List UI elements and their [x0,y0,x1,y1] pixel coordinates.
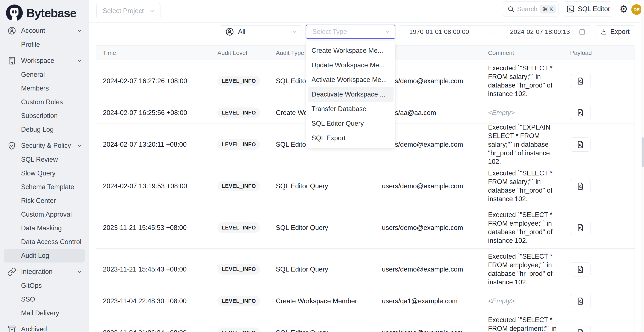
payload-view-button[interactable] [570,221,591,235]
table-row: 2023-11-04 21:26:34 +08:00 LEVEL_INFO SQ… [96,312,634,332]
search-input[interactable]: Search ⌘ K [503,1,558,17]
sidebar-item-profile[interactable]: Profile [0,38,89,51]
menu-item-activate-workspace-member[interactable]: Activate Workspace Me... [306,72,395,87]
menu-item-sql-export[interactable]: SQL Export [306,131,395,146]
export-label: Export [610,28,630,36]
cell-comment: Executed `"SELECT * FROM salary;"` in da… [488,64,561,98]
sidebar-item-sql-review[interactable]: SQL Review [0,153,89,166]
file-search-icon [576,265,585,274]
sidebar-item-sso[interactable]: SSO [0,293,89,306]
item-label: Audit Log [21,252,49,260]
item-label: Schema Template [21,183,74,191]
section-label: Archived [21,325,83,332]
sidebar-item-slow-query[interactable]: Slow Query [0,166,89,180]
actor-filter-select[interactable]: All [220,25,302,38]
item-label: Profile [21,41,40,48]
audit-level-badge: LEVEL_INFO [218,328,260,332]
export-button[interactable]: Export [595,25,635,38]
sidebar-item-mail-delivery[interactable]: Mail Delivery [0,306,89,320]
bytebase-app: Bytebase Account Profile [0,0,644,332]
table-row: 2024-02-07 13:19:53 +08:00 LEVEL_INFO SQ… [96,165,634,207]
cell-actor: users/aa@aa.com [382,109,488,117]
table-row: 2023-11-04 22:48:30 +08:00 LEVEL_INFO Cr… [96,290,634,312]
cell-audit-type: SQL Editor Query [276,182,382,190]
item-label: Risk Center [21,197,56,205]
sidebar-item-schema-template[interactable]: Schema Template [0,180,89,194]
column-header-actor: Actor [382,49,488,56]
sidebar-section-account[interactable]: Account [0,24,89,38]
audit-level-badge: LEVEL_INFO [218,181,260,191]
payload-view-button[interactable] [570,106,591,120]
sidebar: Bytebase Account Profile [0,0,89,332]
item-label: Mail Delivery [21,309,59,317]
sql-editor-label: SQL Editor [578,5,610,13]
menu-item-sql-editor-query[interactable]: SQL Editor Query [306,116,395,131]
type-filter-select[interactable]: Select Type [306,25,395,39]
chevron-down-icon [291,29,297,35]
payload-view-button[interactable] [570,326,591,332]
sidebar-item-subscription[interactable]: Subscription [0,109,89,123]
user-circle-icon [225,27,234,36]
chevron-down-icon [76,269,83,275]
menu-item-create-workspace-member[interactable]: Create Workspace Me... [306,43,395,58]
menu-item-deactivate-workspace-member[interactable]: Deactivate Workspace ... [308,87,394,102]
bytebase-logo-icon [6,4,23,21]
file-search-icon [576,329,585,332]
cell-comment: Executed `"SELECT * FROM employee;"` in … [488,211,561,245]
cell-time: 2023-11-21 15:45:53 +08:00 [96,224,218,232]
cell-time: 2024-02-07 16:25:56 +08:00 [96,109,218,117]
gear-icon[interactable]: ⚙ [617,2,630,15]
item-label: GitOps [21,282,42,290]
menu-item-transfer-database[interactable]: Transfer Database [306,102,395,116]
user-circle-icon [7,26,16,35]
arrow-right-icon: → [469,28,510,36]
sidebar-item-custom-roles[interactable]: Custom Roles [0,95,89,109]
item-label: Custom Approval [21,211,72,218]
sidebar-section-integration[interactable]: Integration [0,265,89,279]
project-select[interactable]: Select Project [96,3,160,19]
cell-audit-type: SQL Editor Query [276,224,382,232]
cell-time: 2023-11-21 15:45:43 +08:00 [96,266,218,273]
chevron-down-icon [76,27,83,34]
date-range-picker[interactable]: 1970-01-01 08:00:00 → 2024-02-07 18:09:1… [399,25,591,38]
payload-view-button[interactable] [570,74,591,88]
cell-comment: Executed `"SELECT * FROM employee;"` in … [488,252,561,287]
sidebar-section-security-policy[interactable]: Security & Policy [0,139,89,153]
sidebar-item-data-access-control[interactable]: Data Access Control [0,235,89,249]
payload-view-button[interactable] [570,294,591,308]
sql-editor-button[interactable]: SQL Editor [564,1,612,17]
sidebar-section-workspace[interactable]: Workspace [0,54,89,68]
sidebar-item-data-masking[interactable]: Data Masking [0,221,89,235]
date-range-start: 1970-01-01 08:00:00 [409,28,469,35]
payload-view-button[interactable] [570,262,591,276]
sidebar-section-archived[interactable]: Archived [0,322,89,332]
item-label: Subscription [21,112,58,120]
item-label: Debug Log [21,126,54,133]
item-label: SSO [21,296,35,303]
sidebar-nav: Account Profile Workspace General Mem [0,22,89,332]
sidebar-item-members[interactable]: Members [0,81,89,95]
menu-item-update-workspace-member[interactable]: Update Workspace Me... [306,58,395,72]
scrollbar-thumb[interactable] [642,137,644,167]
sidebar-item-risk-center[interactable]: Risk Center [0,194,89,208]
audit-level-badge: LEVEL_INFO [218,139,260,150]
download-icon [600,28,607,35]
sidebar-item-gitops[interactable]: GitOps [0,279,89,293]
sidebar-item-debug-log[interactable]: Debug Log [0,123,89,136]
chevron-down-icon [76,142,83,149]
avatar[interactable]: DE [631,4,642,15]
payload-view-button[interactable] [570,138,591,152]
payload-view-button[interactable] [570,179,591,193]
column-header-payload: Payload [570,49,620,56]
section-label: Workspace [21,57,76,65]
vertical-scrollbar[interactable] [641,0,644,332]
sidebar-item-custom-approval[interactable]: Custom Approval [0,208,89,221]
cell-time: 2023-11-04 21:26:34 +08:00 [96,329,218,332]
sidebar-item-audit-log[interactable]: Audit Log [4,249,85,263]
cell-actor: users/demo@example.com [382,329,488,332]
cell-audit-type: Create Workspace Member [276,297,382,305]
cell-comment: Executed `"EXPLAIN SELECT * FROM salary;… [488,123,561,166]
archive-icon [7,325,16,332]
brand-logo[interactable]: Bytebase [0,0,89,22]
sidebar-item-general[interactable]: General [0,68,89,81]
